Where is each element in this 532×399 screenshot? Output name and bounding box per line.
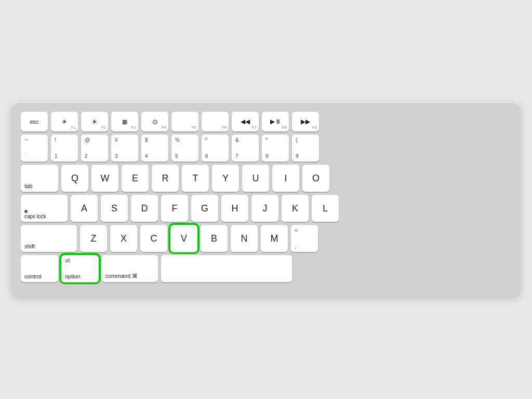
key-shift-label: shift bbox=[24, 243, 35, 249]
key-f6-fn: F6 bbox=[222, 125, 227, 130]
key-o-label: O bbox=[312, 173, 320, 184]
key-v-label: V bbox=[181, 233, 187, 244]
key-esc[interactable]: esc bbox=[21, 112, 48, 131]
key-2-top: @ bbox=[85, 137, 90, 143]
key-f9[interactable]: ▶▶ F9 bbox=[292, 112, 319, 131]
key-2[interactable]: @ 2 bbox=[81, 135, 108, 162]
key-s[interactable]: S bbox=[101, 195, 128, 222]
key-e[interactable]: E bbox=[122, 165, 149, 192]
key-f2-fn: F2 bbox=[101, 125, 106, 130]
key-tab[interactable]: tab bbox=[21, 165, 58, 192]
key-q[interactable]: Q bbox=[61, 165, 88, 192]
key-command[interactable]: command ⌘ bbox=[102, 255, 158, 282]
key-o[interactable]: O bbox=[302, 165, 329, 192]
key-f7-fn: F7 bbox=[252, 125, 257, 130]
key-f7[interactable]: ◀◀ F7 bbox=[232, 112, 259, 131]
key-8-top: * bbox=[265, 137, 268, 143]
key-caps-lock[interactable]: caps lock bbox=[21, 195, 68, 222]
key-d-label: D bbox=[141, 203, 148, 214]
key-r[interactable]: R bbox=[152, 165, 179, 192]
key-l[interactable]: L bbox=[312, 195, 339, 222]
key-f4[interactable]: ⊙ F4 bbox=[141, 112, 168, 131]
key-tab-label: tab bbox=[24, 183, 32, 189]
key-w[interactable]: W bbox=[91, 165, 118, 192]
key-b[interactable]: B bbox=[201, 225, 228, 252]
key-comma[interactable]: < , bbox=[291, 225, 318, 252]
key-7-top: & bbox=[235, 137, 239, 143]
key-z[interactable]: Z bbox=[80, 225, 107, 252]
key-x-label: X bbox=[121, 233, 127, 244]
key-e-label: E bbox=[132, 173, 138, 184]
key-k-label: K bbox=[292, 203, 298, 214]
key-u[interactable]: U bbox=[242, 165, 269, 192]
key-n[interactable]: N bbox=[231, 225, 258, 252]
zxcv-row: shift Z X C V B N M < , bbox=[21, 225, 511, 252]
key-9-top: ( bbox=[296, 137, 297, 143]
key-4-bottom: 4 bbox=[145, 153, 148, 159]
key-i[interactable]: I bbox=[272, 165, 299, 192]
key-f9-icon: ▶▶ bbox=[301, 118, 310, 125]
key-f4-icon: ⊙ bbox=[152, 118, 158, 126]
key-s-label: S bbox=[111, 203, 117, 214]
key-h[interactable]: H bbox=[221, 195, 248, 222]
key-y-label: Y bbox=[222, 173, 229, 184]
key-option[interactable]: alt option bbox=[61, 255, 99, 282]
key-f5[interactable]: F5 bbox=[171, 112, 198, 131]
key-4[interactable]: $ 4 bbox=[141, 135, 168, 162]
key-f6[interactable]: F6 bbox=[202, 112, 229, 131]
key-v[interactable]: V bbox=[170, 225, 197, 252]
key-y[interactable]: Y bbox=[212, 165, 239, 192]
key-m-label: M bbox=[271, 233, 278, 244]
key-shift[interactable]: shift bbox=[21, 225, 77, 252]
key-caps-lock-label: caps lock bbox=[24, 214, 46, 219]
asdf-row: caps lock A S D F G H J K L bbox=[21, 195, 511, 222]
key-c[interactable]: C bbox=[140, 225, 167, 252]
key-j[interactable]: J bbox=[251, 195, 278, 222]
key-1-top: ! bbox=[55, 137, 56, 143]
key-f7-icon: ◀◀ bbox=[241, 118, 250, 125]
key-6[interactable]: ^ 6 bbox=[202, 135, 229, 162]
key-4-top: $ bbox=[145, 137, 148, 143]
key-f3[interactable]: ▦ F3 bbox=[111, 112, 138, 131]
key-tilde-bottom: ` bbox=[24, 153, 26, 159]
key-t[interactable]: T bbox=[182, 165, 209, 192]
key-8[interactable]: * 8 bbox=[262, 135, 289, 162]
key-k[interactable]: K bbox=[282, 195, 309, 222]
key-tilde[interactable]: ~ ` bbox=[21, 135, 48, 162]
key-t-label: T bbox=[193, 173, 198, 184]
key-6-top: ^ bbox=[205, 137, 208, 143]
key-f8-icon: ▶⏸ bbox=[270, 118, 281, 125]
key-control[interactable]: control bbox=[21, 255, 58, 282]
key-5-bottom: 5 bbox=[175, 153, 178, 159]
key-f2[interactable]: ☀ F2 bbox=[81, 112, 108, 131]
key-f8-fn: F8 bbox=[282, 125, 287, 130]
key-u-label: U bbox=[252, 173, 259, 184]
key-a-label: A bbox=[81, 203, 87, 214]
key-f[interactable]: F bbox=[161, 195, 188, 222]
key-b-label: B bbox=[211, 233, 217, 244]
key-f2-icon: ☀ bbox=[91, 118, 98, 126]
key-tilde-top: ~ bbox=[24, 137, 28, 143]
key-5[interactable]: % 5 bbox=[171, 135, 198, 162]
key-9[interactable]: ( 9 bbox=[292, 135, 319, 162]
key-f3-icon: ▦ bbox=[122, 118, 127, 125]
key-m[interactable]: M bbox=[261, 225, 288, 252]
key-3[interactable]: # 3 bbox=[111, 135, 138, 162]
fn-row: esc ☀ F1 ☀ F2 ▦ F3 ⊙ F4 F5 F6 ◀◀ F7 ▶⏸ bbox=[21, 112, 511, 131]
key-x[interactable]: X bbox=[110, 225, 137, 252]
key-comma-top: < bbox=[295, 228, 298, 233]
key-f1[interactable]: ☀ F1 bbox=[51, 112, 78, 131]
key-l-label: L bbox=[323, 203, 328, 214]
key-f1-icon: ☀ bbox=[61, 118, 68, 126]
key-1[interactable]: ! 1 bbox=[51, 135, 78, 162]
key-7[interactable]: & 7 bbox=[232, 135, 259, 162]
key-f8[interactable]: ▶⏸ F8 bbox=[262, 112, 289, 131]
key-6-bottom: 6 bbox=[205, 153, 208, 159]
key-d[interactable]: D bbox=[131, 195, 158, 222]
key-a[interactable]: A bbox=[71, 195, 98, 222]
key-space[interactable] bbox=[161, 255, 292, 282]
key-g[interactable]: G bbox=[191, 195, 218, 222]
key-3-bottom: 3 bbox=[115, 153, 118, 159]
key-w-label: W bbox=[101, 173, 110, 184]
key-c-label: C bbox=[151, 233, 157, 244]
